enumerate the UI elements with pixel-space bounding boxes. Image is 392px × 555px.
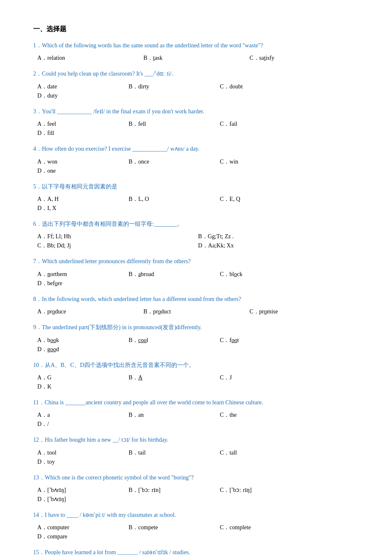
options-3: A．feel B．fell C．fail D．fill	[33, 120, 359, 139]
question-2: 2．Could you help clean up the classroom?…	[33, 69, 359, 101]
option-13-a: A．[ˈbʌrɪŋ]	[37, 487, 129, 494]
question-3: 3．You'll ____________ /feɪl/ in the fina…	[33, 107, 359, 139]
question-13: 13．Which one is the correct phonetic sym…	[33, 473, 359, 505]
option-10-d: D．K	[37, 383, 129, 391]
options-13: A．[ˈbʌrɪŋ] B．[ˈbɔː rɪn] C．[ˈbɔː rɪŋ] D．[…	[33, 487, 359, 505]
option-6-d: D．Aa;Kk; Xx	[198, 242, 359, 249]
option-10-c: C．J	[220, 374, 311, 381]
option-7-d: D．before	[37, 280, 129, 287]
question-1: 1．Which of the following words has the s…	[33, 41, 359, 64]
option-2-b: B．dirty	[129, 83, 220, 90]
option-1-b: B．task	[144, 54, 250, 62]
question-5: 5．以下字母有相同元音因素的是 A．A, H B．L, O C．E, Q D．I…	[33, 182, 359, 214]
question-4: 4．How often do you exercise? I exercise …	[33, 144, 359, 176]
option-1-a: A．relation	[37, 54, 144, 62]
option-5-c: C．E, Q	[220, 196, 311, 203]
option-11-d: D．/	[37, 421, 129, 428]
option-6-b: B．Gg;Tt; Zz .	[198, 233, 359, 240]
question-14: 14．I have to ____ / kəmˈpiːt/ with my cl…	[33, 511, 359, 542]
option-11-b: B．an	[129, 411, 220, 419]
option-14-d: D．compare	[37, 533, 129, 540]
option-8-c: C．promise	[250, 308, 356, 315]
question-10: 10．从A、B、C、D四个选项中找出所含元音音素不同的一个。 A．G B．A C…	[33, 361, 359, 392]
question-11: 11．China is _______ancient country and p…	[33, 398, 359, 430]
questions-container: 1．Which of the following words has the s…	[33, 41, 359, 555]
option-12-d: D．toy	[37, 458, 129, 466]
question-15: 15．People have learned a lot from ______…	[33, 548, 359, 555]
option-12-c: C．tall	[220, 449, 311, 457]
options-8: A．produce B．product C．promise	[33, 308, 359, 317]
option-11-c: C．the	[220, 411, 311, 419]
option-13-b: B．[ˈbɔː rɪn]	[129, 487, 220, 494]
option-6-c: C．Bb; Dd; Jj	[37, 242, 198, 249]
question-12: 12．His father bought him a new __/ tɔɪ/ …	[33, 435, 359, 467]
option-8-b: B．product	[144, 308, 250, 315]
option-8-a: A．produce	[37, 308, 144, 315]
option-9-c: C．foot	[220, 337, 311, 344]
options-11: A．a B．an C．the D．/	[33, 411, 359, 430]
option-7-c: C．block	[220, 271, 311, 278]
option-14-a: A．computer	[37, 524, 129, 531]
option-4-a: A．won	[37, 158, 129, 166]
option-14-c: C．complete	[220, 524, 311, 531]
options-9: A．book B．cool C．foot D．good	[33, 337, 359, 355]
option-3-c: C．fail	[220, 120, 311, 128]
option-7-b: B．abroad	[129, 271, 220, 278]
option-12-a: A．tool	[37, 449, 129, 457]
options-6: A．Ff; Ll; Hh B．Gg;Tt; Zz . C．Bb; Dd; Jj …	[33, 233, 359, 251]
options-12: A．tool B．tail C．tall D．toy	[33, 449, 359, 467]
option-2-c: C．doubt	[220, 83, 311, 90]
option-4-c: C．win	[220, 158, 311, 166]
options-14: A．computer B．compete C．complete D．compar…	[33, 524, 359, 542]
options-10: A．G B．A C．J D．K	[33, 374, 359, 392]
option-9-b: B．cool	[129, 337, 220, 344]
option-4-d: D．one	[37, 167, 129, 175]
option-13-d: D．[ˈbʌrɪŋ]	[37, 496, 129, 503]
options-5: A．A, H B．L, O C．E, Q D．I, X	[33, 196, 359, 214]
option-3-a: A．feel	[37, 120, 129, 128]
options-2: A．date B．dirty C．doubt D．duty	[33, 83, 359, 101]
option-5-b: B．L, O	[129, 196, 220, 203]
option-4-b: B．once	[129, 158, 220, 166]
option-3-d: D．fill	[37, 130, 129, 137]
option-10-a: A．G	[37, 374, 129, 381]
option-6-a: A．Ff; Ll; Hh	[37, 233, 198, 240]
option-9-a: A．book	[37, 337, 129, 344]
option-2-a: A．date	[37, 83, 129, 90]
options-4: A．won B．once C．win D．one	[33, 158, 359, 176]
options-7: A．northern B．abroad C．block D．before	[33, 271, 359, 289]
options-1: A．relation B．task C．satisfy	[33, 54, 359, 64]
section-title: 一、选择题	[33, 25, 359, 34]
option-7-a: A．northern	[37, 271, 129, 278]
option-9-d: D．good	[37, 346, 129, 353]
option-13-c: C．[ˈbɔː rɪŋ]	[220, 487, 311, 494]
question-9: 9．The underlined part(下划线部分) in is prono…	[33, 323, 359, 355]
option-11-a: A．a	[37, 411, 129, 419]
option-2-d: D．duty	[37, 92, 129, 100]
option-14-b: B．compete	[129, 524, 220, 531]
option-5-a: A．A, H	[37, 196, 129, 203]
option-5-d: D．I, X	[37, 205, 129, 212]
question-8: 8．In the following words, which underlin…	[33, 295, 359, 317]
option-3-b: B．fell	[129, 120, 220, 128]
option-1-c: C．satisfy	[250, 54, 356, 62]
question-7: 7．Which underlined letter pronounces dif…	[33, 257, 359, 289]
question-6: 6．选出下列字母中都含有相同音素的一组字母:________。 A．Ff; Ll…	[33, 220, 359, 251]
option-12-b: B．tail	[129, 449, 220, 457]
option-10-b: B．A	[129, 374, 220, 381]
